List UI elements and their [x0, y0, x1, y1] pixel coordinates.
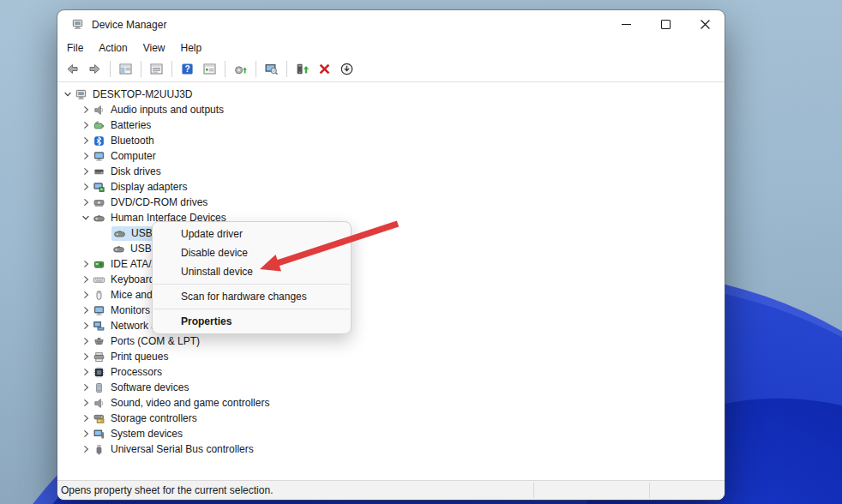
chevron-right-icon[interactable] — [80, 413, 92, 423]
tree-item-batteries[interactable]: Batteries — [57, 117, 725, 133]
toolbar-separator — [141, 61, 141, 77]
context-menu-item-scan-for-hardware-changes[interactable]: Scan for hardware changes — [153, 287, 351, 306]
device-setup-button[interactable] — [230, 59, 251, 80]
mouse-icon — [92, 289, 105, 302]
window-title: Device Manager — [92, 19, 166, 31]
disable-device-button[interactable] — [336, 59, 358, 80]
console-tree-button[interactable] — [115, 59, 136, 80]
minimize-button[interactable] — [606, 10, 646, 39]
forward-button[interactable] — [84, 59, 105, 80]
tree-item-label: Software devices — [111, 381, 189, 393]
tree-item-label: Storage controllers — [111, 412, 197, 424]
chevron-right-icon[interactable] — [80, 321, 92, 331]
tree-item-system-devices[interactable]: System devices — [57, 426, 725, 441]
chevron-spacer — [99, 228, 111, 238]
properties-button[interactable] — [146, 59, 167, 80]
chevron-right-icon[interactable] — [80, 197, 92, 207]
tree-item-processors[interactable]: Processors — [57, 364, 725, 380]
chevron-right-icon[interactable] — [80, 382, 92, 393]
menu-bar: FileActionViewHelp — [57, 39, 725, 57]
chevron-right-icon[interactable] — [80, 166, 92, 177]
scan-hardware-changes-button[interactable] — [261, 59, 282, 80]
close-button[interactable] — [685, 10, 725, 39]
tree-item-bluetooth[interactable]: Bluetooth — [57, 133, 725, 148]
menu-view[interactable]: View — [135, 40, 173, 56]
tree-item-software-devices[interactable]: Software devices — [57, 380, 725, 395]
device-manager-icon — [71, 18, 84, 31]
tree-item-label: System devices — [111, 428, 183, 440]
chevron-right-icon[interactable] — [80, 429, 92, 439]
context-menu-item-disable-device[interactable]: Disable device — [153, 243, 351, 262]
tree-item-disk-drives[interactable]: Disk drives — [57, 164, 725, 179]
back-button[interactable] — [62, 59, 83, 80]
maximize-button[interactable] — [646, 10, 685, 39]
chevron-right-icon[interactable] — [80, 120, 92, 130]
chevron-right-icon[interactable] — [80, 336, 92, 346]
tree-item-label: Display adapters — [111, 181, 187, 193]
uninstall-device-icon — [317, 62, 332, 76]
processor-icon — [92, 366, 105, 379]
menu-help[interactable]: Help — [173, 40, 210, 56]
context-menu-item-properties[interactable]: Properties — [153, 312, 351, 331]
tree-item-audio-inputs-and-outputs[interactable]: Audio inputs and outputs — [57, 102, 725, 117]
chevron-right-icon[interactable] — [80, 367, 92, 377]
close-icon — [701, 20, 710, 29]
properties-icon — [149, 62, 164, 76]
tree-item-label: Sound, video and game controllers — [111, 397, 269, 409]
device-setup-icon — [233, 62, 248, 76]
chevron-right-icon[interactable] — [80, 444, 92, 454]
status-pane-separator — [533, 483, 534, 498]
serial-port-icon — [92, 335, 105, 348]
context-menu-item-update-driver[interactable]: Update driver — [153, 225, 351, 243]
toolbar-separator — [110, 61, 111, 77]
context-menu: Update driverDisable deviceUninstall dev… — [152, 221, 352, 334]
chevron-right-icon[interactable] — [80, 351, 92, 362]
maximize-icon — [661, 20, 671, 29]
tree-item-ports-com-lpt[interactable]: Ports (COM & LPT) — [57, 333, 725, 349]
toolbar-separator — [256, 61, 256, 77]
chevron-right-icon[interactable] — [80, 135, 92, 146]
status-pane-separator — [649, 483, 650, 498]
tree-item-sound-video-and-game-controllers[interactable]: Sound, video and game controllers — [57, 395, 725, 411]
tree-item-dvd-cd-rom-drives[interactable]: DVD/CD-ROM drives — [57, 195, 725, 210]
tree-item-label: Ports (COM & LPT) — [111, 335, 200, 347]
software-device-icon — [92, 381, 105, 394]
tree-item-label: Disk drives — [111, 165, 161, 177]
context-menu-item-uninstall-device[interactable]: Uninstall device — [153, 262, 351, 281]
tree-item-label: DVD/CD-ROM drives — [111, 196, 207, 208]
toolbar-separator — [286, 61, 287, 77]
chevron-right-icon[interactable] — [80, 274, 92, 285]
titlebar[interactable]: Device Manager — [57, 10, 725, 39]
chevron-down-icon[interactable] — [62, 89, 74, 99]
hid-icon — [111, 243, 125, 255]
tree-item-universal-serial-bus-controllers[interactable]: Universal Serial Bus controllers — [57, 441, 725, 457]
chevron-right-icon[interactable] — [80, 151, 92, 161]
chevron-right-icon[interactable] — [80, 105, 92, 115]
display-adapter-icon — [92, 181, 105, 194]
chevron-right-icon[interactable] — [80, 182, 92, 192]
computer-icon — [74, 88, 87, 101]
hid-icon — [92, 212, 105, 225]
disable-device-icon — [340, 62, 354, 76]
tree-item-label: Bluetooth — [111, 135, 154, 147]
battery-icon — [92, 119, 105, 132]
tree-item-storage-controllers[interactable]: Storage controllers — [57, 411, 725, 426]
uninstall-device-button[interactable] — [314, 59, 335, 80]
menu-action[interactable]: Action — [91, 40, 135, 56]
chevron-right-icon[interactable] — [80, 305, 92, 315]
tree-item-computer[interactable]: Computer — [57, 148, 725, 164]
tree-item-label: Processors — [111, 366, 162, 378]
chevron-down-icon[interactable] — [80, 213, 92, 223]
menu-file[interactable]: File — [59, 40, 91, 56]
chevron-right-icon[interactable] — [80, 398, 92, 408]
tree-item-desktop-m2uuj3d[interactable]: DESKTOP-M2UUJ3D — [57, 87, 725, 102]
export-list-button[interactable] — [199, 59, 220, 80]
tree-item-display-adapters[interactable]: Display adapters — [57, 179, 725, 195]
hid-icon — [112, 227, 126, 240]
update-driver-button[interactable] — [292, 59, 313, 80]
svg-text:?: ? — [184, 64, 189, 74]
chevron-right-icon[interactable] — [80, 290, 92, 300]
chevron-right-icon[interactable] — [80, 259, 92, 269]
tree-item-print-queues[interactable]: Print queues — [57, 349, 725, 364]
help-button[interactable]: ? — [177, 59, 198, 80]
